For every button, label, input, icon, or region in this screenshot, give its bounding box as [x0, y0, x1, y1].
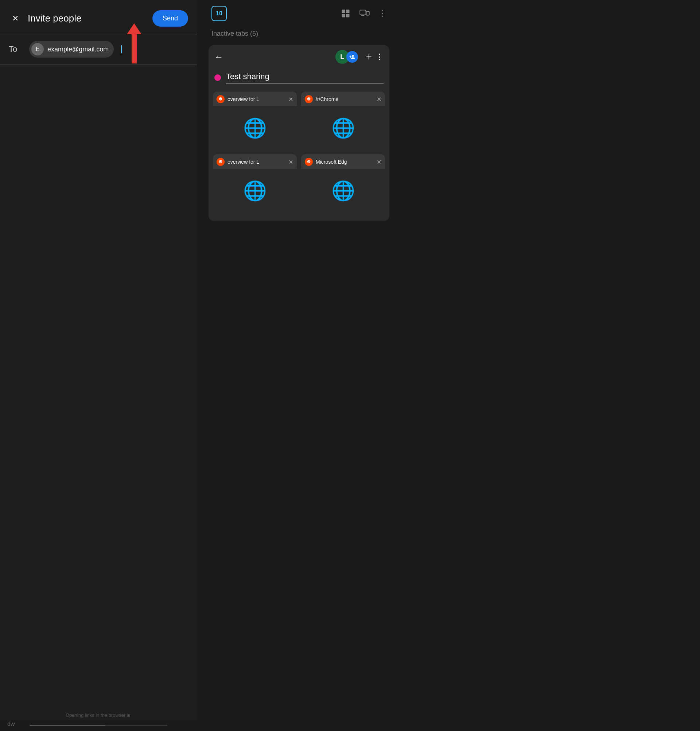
- svg-point-22: [309, 161, 310, 162]
- email-address: example@gmail.com: [47, 46, 109, 53]
- opening-links-text: Opening links in the browser is: [66, 712, 130, 718]
- send-arrow-indicator: [127, 23, 141, 63]
- invite-panel: ✕ Invite people Send To E example@gmail.…: [0, 0, 197, 731]
- to-row-divider: [0, 64, 197, 65]
- tab-card-3-header: overview for L ✕: [213, 154, 297, 169]
- svg-point-16: [219, 160, 222, 163]
- tab-preview-3: 🌐: [213, 169, 297, 213]
- tab-title-4: Microsoft Edg: [316, 159, 375, 165]
- group-name-row: Test sharing: [208, 69, 389, 89]
- tab-title-3: overview for L: [227, 159, 287, 165]
- group-more-button[interactable]: ⋮: [376, 52, 383, 62]
- globe-icon-4: 🌐: [332, 180, 355, 202]
- back-button[interactable]: ←: [214, 52, 223, 62]
- tab-preview-4: 🌐: [301, 169, 385, 213]
- tab-title-2: /r/Chrome: [316, 96, 375, 102]
- tab-card-4-header: Microsoft Edg ✕: [301, 154, 385, 169]
- progress-bar-fill: [29, 725, 106, 726]
- svg-rect-2: [342, 14, 345, 17]
- svg-rect-0: [342, 10, 345, 13]
- svg-rect-1: [346, 10, 349, 13]
- reddit-favicon-2: [305, 95, 313, 103]
- tab-close-4[interactable]: ✕: [377, 159, 382, 166]
- vertical-dots-icon: ⋮: [379, 9, 386, 18]
- tab-preview-1: 🌐: [213, 106, 297, 150]
- svg-rect-5: [366, 11, 369, 15]
- progress-bar-container: [29, 725, 167, 726]
- to-row: To E example@gmail.com: [0, 34, 197, 64]
- dw-logo: dw: [7, 721, 15, 727]
- text-cursor: [121, 45, 122, 53]
- svg-point-9: [220, 98, 220, 99]
- svg-rect-4: [360, 10, 366, 15]
- reddit-favicon-4: [305, 158, 313, 166]
- svg-point-14: [309, 98, 310, 99]
- tab-card-2-header: /r/Chrome ✕: [301, 91, 385, 106]
- svg-point-10: [221, 98, 222, 99]
- globe-icon-1: 🌐: [243, 117, 267, 139]
- tab-close-2[interactable]: ✕: [377, 96, 382, 103]
- globe-icon-2: 🌐: [332, 117, 355, 139]
- tab-card-1[interactable]: overview for L ✕ 🌐: [213, 91, 297, 150]
- svg-point-17: [220, 161, 220, 162]
- browser-topbar: 10 ⋮: [204, 0, 394, 27]
- tab-preview-2: 🌐: [301, 106, 385, 150]
- more-options-button[interactable]: ⋮: [379, 9, 386, 18]
- globe-icon-3: 🌐: [243, 180, 267, 202]
- svg-rect-3: [346, 14, 349, 17]
- to-label: To: [9, 44, 23, 54]
- reddit-icon-3: [218, 159, 223, 164]
- grid-view-button[interactable]: [340, 8, 351, 19]
- tab-close-3[interactable]: ✕: [288, 159, 293, 166]
- devices-icon: [360, 9, 370, 18]
- send-button[interactable]: Send: [153, 10, 188, 26]
- profile-icons-cluster: L: [335, 50, 358, 64]
- header-right: L + ⋮: [223, 50, 383, 64]
- tab-grid: overview for L ✕ 🌐: [208, 89, 389, 216]
- topbar-icons: ⋮: [340, 8, 386, 19]
- devices-button[interactable]: [360, 9, 370, 18]
- tab-card-4[interactable]: Microsoft Edg ✕ 🌐: [301, 154, 385, 213]
- tab-card-3[interactable]: overview for L ✕ 🌐: [213, 154, 297, 213]
- arrow-head: [127, 23, 141, 34]
- reddit-favicon-3: [217, 158, 225, 166]
- tab-group-card: ← L + ⋮ Tes: [208, 45, 389, 221]
- group-name: Test sharing: [226, 72, 269, 81]
- arrow-shaft: [132, 34, 137, 63]
- tab-group-header: ← L + ⋮: [208, 45, 389, 69]
- invite-header-left: ✕ Invite people: [9, 12, 81, 25]
- svg-point-21: [308, 161, 308, 162]
- avatar: E: [31, 43, 44, 56]
- reddit-icon-4: [306, 159, 311, 164]
- svg-point-13: [308, 98, 308, 99]
- add-tab-button[interactable]: +: [366, 51, 372, 63]
- group-color-dot: [214, 74, 221, 81]
- close-button[interactable]: ✕: [9, 12, 22, 25]
- tab-card-2[interactable]: /r/Chrome ✕ 🌐: [301, 91, 385, 150]
- person-add-icon: [349, 54, 355, 60]
- reddit-icon-2: [306, 97, 311, 102]
- email-chip[interactable]: E example@gmail.com: [29, 41, 114, 57]
- group-name-container: Test sharing: [226, 72, 383, 84]
- profile-share-icon[interactable]: [346, 51, 358, 63]
- reddit-icon-1: [218, 97, 223, 102]
- svg-point-20: [307, 160, 310, 163]
- reddit-favicon-1: [217, 95, 225, 103]
- grid-icon: [340, 8, 351, 19]
- browser-panel: 10 ⋮ Inactive tabs (5): [204, 0, 394, 731]
- svg-point-12: [307, 97, 310, 100]
- close-icon: ✕: [12, 14, 19, 23]
- svg-point-8: [219, 97, 222, 100]
- invite-title: Invite people: [28, 13, 81, 24]
- svg-point-18: [221, 161, 222, 162]
- tab-close-1[interactable]: ✕: [288, 96, 293, 103]
- left-bottom-bar: [0, 720, 197, 731]
- tab-card-1-header: overview for L ✕: [213, 91, 297, 106]
- inactive-tabs-label: Inactive tabs (5): [204, 27, 394, 42]
- invite-header: ✕ Invite people Send: [0, 0, 197, 34]
- tab-title-1: overview for L: [227, 96, 287, 102]
- tab-counter-active[interactable]: 10: [211, 6, 227, 21]
